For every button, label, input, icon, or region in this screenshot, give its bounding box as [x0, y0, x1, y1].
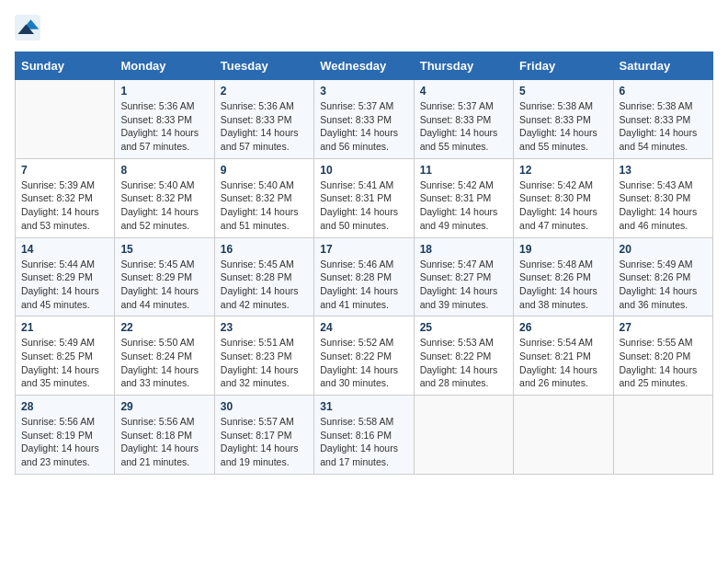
day-number: 5 [519, 85, 607, 98]
calendar-cell: 15Sunrise: 5:45 AMSunset: 8:29 PMDayligh… [115, 237, 214, 316]
calendar-cell: 14Sunrise: 5:44 AMSunset: 8:29 PMDayligh… [16, 237, 115, 316]
day-number: 20 [620, 243, 707, 256]
calendar-cell: 31Sunrise: 5:58 AMSunset: 8:16 PMDayligh… [314, 396, 414, 475]
calendar-cell: 19Sunrise: 5:48 AMSunset: 8:26 PMDayligh… [514, 237, 613, 316]
day-detail: Sunrise: 5:43 AMSunset: 8:30 PMDaylight:… [620, 178, 707, 233]
calendar-cell: 11Sunrise: 5:42 AMSunset: 8:31 PMDayligh… [414, 158, 513, 237]
day-number: 27 [620, 321, 707, 334]
day-number: 4 [420, 85, 507, 98]
calendar-cell: 28Sunrise: 5:56 AMSunset: 8:19 PMDayligh… [16, 396, 115, 475]
weekday-header-friday: Friday [514, 52, 613, 80]
weekday-header-saturday: Saturday [613, 52, 712, 80]
day-detail: Sunrise: 5:46 AMSunset: 8:28 PMDaylight:… [320, 258, 407, 312]
calendar-cell: 21Sunrise: 5:49 AMSunset: 8:25 PMDayligh… [16, 316, 115, 396]
day-number: 31 [320, 400, 407, 413]
calendar-cell: 25Sunrise: 5:53 AMSunset: 8:22 PMDayligh… [414, 316, 513, 396]
day-number: 9 [221, 164, 308, 177]
day-detail: Sunrise: 5:50 AMSunset: 8:24 PMDaylight:… [120, 336, 208, 390]
day-detail: Sunrise: 5:49 AMSunset: 8:26 PMDaylight:… [620, 258, 707, 312]
calendar-cell: 13Sunrise: 5:43 AMSunset: 8:30 PMDayligh… [613, 158, 712, 237]
calendar-cell [414, 396, 513, 475]
calendar-cell: 7Sunrise: 5:39 AMSunset: 8:32 PMDaylight… [16, 158, 115, 237]
day-number: 21 [21, 321, 108, 334]
day-detail: Sunrise: 5:36 AMSunset: 8:33 PMDaylight:… [120, 99, 208, 154]
day-number: 24 [320, 321, 407, 334]
calendar-week-row: 14Sunrise: 5:44 AMSunset: 8:29 PMDayligh… [16, 237, 713, 316]
day-number: 11 [420, 164, 507, 177]
day-detail: Sunrise: 5:44 AMSunset: 8:29 PMDaylight:… [21, 258, 108, 312]
day-detail: Sunrise: 5:38 AMSunset: 8:33 PMDaylight:… [519, 99, 607, 154]
day-number: 19 [519, 243, 607, 256]
day-detail: Sunrise: 5:45 AMSunset: 8:28 PMDaylight:… [221, 258, 308, 312]
day-number: 7 [21, 164, 108, 177]
day-detail: Sunrise: 5:52 AMSunset: 8:22 PMDaylight:… [320, 336, 407, 390]
calendar-cell: 17Sunrise: 5:46 AMSunset: 8:28 PMDayligh… [314, 237, 414, 316]
day-detail: Sunrise: 5:56 AMSunset: 8:19 PMDaylight:… [21, 415, 108, 469]
calendar-cell: 1Sunrise: 5:36 AMSunset: 8:33 PMDaylight… [115, 80, 214, 159]
calendar-cell: 2Sunrise: 5:36 AMSunset: 8:33 PMDaylight… [214, 80, 313, 159]
calendar-cell: 16Sunrise: 5:45 AMSunset: 8:28 PMDayligh… [214, 237, 313, 316]
calendar-cell: 9Sunrise: 5:40 AMSunset: 8:32 PMDaylight… [214, 158, 313, 237]
day-number: 29 [120, 400, 208, 413]
day-number: 8 [120, 164, 208, 177]
calendar-cell [514, 396, 613, 475]
day-number: 25 [420, 321, 507, 334]
calendar-cell: 8Sunrise: 5:40 AMSunset: 8:32 PMDaylight… [115, 158, 214, 237]
calendar-cell: 27Sunrise: 5:55 AMSunset: 8:20 PMDayligh… [613, 316, 712, 396]
day-detail: Sunrise: 5:42 AMSunset: 8:31 PMDaylight:… [420, 178, 507, 233]
day-number: 28 [21, 400, 108, 413]
day-number: 26 [519, 321, 607, 334]
day-detail: Sunrise: 5:54 AMSunset: 8:21 PMDaylight:… [519, 336, 607, 390]
day-detail: Sunrise: 5:36 AMSunset: 8:33 PMDaylight:… [221, 99, 308, 154]
calendar-cell: 10Sunrise: 5:41 AMSunset: 8:31 PMDayligh… [314, 158, 414, 237]
day-detail: Sunrise: 5:49 AMSunset: 8:25 PMDaylight:… [21, 336, 108, 390]
day-number: 12 [519, 164, 607, 177]
calendar-cell: 6Sunrise: 5:38 AMSunset: 8:33 PMDaylight… [613, 80, 712, 159]
calendar-cell: 24Sunrise: 5:52 AMSunset: 8:22 PMDayligh… [314, 316, 414, 396]
page-header [15, 15, 713, 40]
day-number: 2 [221, 85, 308, 98]
day-number: 14 [21, 243, 108, 256]
day-number: 18 [420, 243, 507, 256]
day-number: 23 [221, 321, 308, 334]
calendar-cell: 3Sunrise: 5:37 AMSunset: 8:33 PMDaylight… [314, 80, 414, 159]
day-detail: Sunrise: 5:37 AMSunset: 8:33 PMDaylight:… [320, 99, 407, 154]
day-detail: Sunrise: 5:48 AMSunset: 8:26 PMDaylight:… [519, 258, 607, 312]
day-detail: Sunrise: 5:56 AMSunset: 8:18 PMDaylight:… [120, 415, 208, 469]
day-detail: Sunrise: 5:40 AMSunset: 8:32 PMDaylight:… [221, 178, 308, 233]
day-number: 3 [320, 85, 407, 98]
day-detail: Sunrise: 5:42 AMSunset: 8:30 PMDaylight:… [519, 178, 607, 233]
day-detail: Sunrise: 5:39 AMSunset: 8:32 PMDaylight:… [21, 178, 108, 233]
weekday-header-wednesday: Wednesday [314, 52, 414, 80]
weekday-header-monday: Monday [115, 52, 214, 80]
calendar-table: SundayMondayTuesdayWednesdayThursdayFrid… [15, 52, 713, 475]
day-detail: Sunrise: 5:45 AMSunset: 8:29 PMDaylight:… [120, 258, 208, 312]
day-detail: Sunrise: 5:47 AMSunset: 8:27 PMDaylight:… [420, 258, 507, 312]
logo-icon [15, 15, 40, 40]
day-detail: Sunrise: 5:51 AMSunset: 8:23 PMDaylight:… [221, 336, 308, 390]
day-detail: Sunrise: 5:53 AMSunset: 8:22 PMDaylight:… [420, 336, 507, 390]
calendar-cell [16, 80, 115, 159]
day-number: 1 [120, 85, 208, 98]
day-detail: Sunrise: 5:41 AMSunset: 8:31 PMDaylight:… [320, 178, 407, 233]
day-number: 13 [620, 164, 707, 177]
day-detail: Sunrise: 5:38 AMSunset: 8:33 PMDaylight:… [620, 99, 707, 154]
calendar-week-row: 28Sunrise: 5:56 AMSunset: 8:19 PMDayligh… [16, 396, 713, 475]
day-detail: Sunrise: 5:55 AMSunset: 8:20 PMDaylight:… [620, 336, 707, 390]
calendar-cell: 26Sunrise: 5:54 AMSunset: 8:21 PMDayligh… [514, 316, 613, 396]
logo [15, 15, 44, 40]
calendar-cell: 20Sunrise: 5:49 AMSunset: 8:26 PMDayligh… [613, 237, 712, 316]
calendar-week-row: 7Sunrise: 5:39 AMSunset: 8:32 PMDaylight… [16, 158, 713, 237]
day-number: 30 [221, 400, 308, 413]
calendar-cell: 12Sunrise: 5:42 AMSunset: 8:30 PMDayligh… [514, 158, 613, 237]
calendar-cell: 23Sunrise: 5:51 AMSunset: 8:23 PMDayligh… [214, 316, 313, 396]
day-number: 10 [320, 164, 407, 177]
calendar-cell: 5Sunrise: 5:38 AMSunset: 8:33 PMDaylight… [514, 80, 613, 159]
day-detail: Sunrise: 5:57 AMSunset: 8:17 PMDaylight:… [221, 415, 308, 469]
day-number: 16 [221, 243, 308, 256]
day-number: 6 [620, 85, 707, 98]
day-number: 15 [120, 243, 208, 256]
calendar-cell: 30Sunrise: 5:57 AMSunset: 8:17 PMDayligh… [214, 396, 313, 475]
weekday-header-thursday: Thursday [414, 52, 513, 80]
calendar-week-row: 1Sunrise: 5:36 AMSunset: 8:33 PMDaylight… [16, 80, 713, 159]
